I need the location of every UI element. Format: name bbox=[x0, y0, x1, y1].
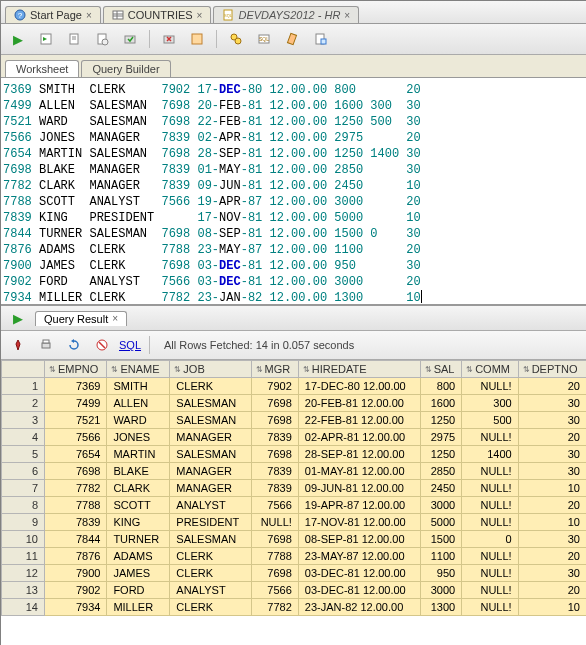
close-icon[interactable]: × bbox=[86, 10, 92, 21]
editor-line[interactable]: 7934 MILLER CLERK 7782 23-JAN-82 12.00.0… bbox=[3, 290, 585, 306]
cell-ename[interactable]: KING bbox=[107, 514, 170, 531]
row-number[interactable]: 4 bbox=[2, 429, 45, 446]
cell-comm[interactable]: 500 bbox=[462, 412, 519, 429]
cell-ename[interactable]: FORD bbox=[107, 582, 170, 599]
cell-mgr[interactable]: 7839 bbox=[251, 429, 298, 446]
cell-mgr[interactable]: NULL! bbox=[251, 514, 298, 531]
cell-ename[interactable]: MILLER bbox=[107, 599, 170, 616]
cell-empno[interactable]: 7654 bbox=[45, 446, 107, 463]
row-number[interactable]: 6 bbox=[2, 463, 45, 480]
cell-mgr[interactable]: 7782 bbox=[251, 599, 298, 616]
cell-hiredate[interactable]: 23-JAN-82 12.00.00 bbox=[298, 599, 420, 616]
cell-hiredate[interactable]: 17-NOV-81 12.00.00 bbox=[298, 514, 420, 531]
cell-mgr[interactable]: 7698 bbox=[251, 565, 298, 582]
cell-ename[interactable]: ADAMS bbox=[107, 548, 170, 565]
cell-ename[interactable]: SCOTT bbox=[107, 497, 170, 514]
cell-sal[interactable]: 1250 bbox=[420, 412, 461, 429]
editor-line[interactable]: 7902 FORD ANALYST 7566 03-DEC-81 12.00.0… bbox=[3, 274, 585, 290]
cell-empno[interactable]: 7876 bbox=[45, 548, 107, 565]
cell-mgr[interactable]: 7566 bbox=[251, 582, 298, 599]
cell-mgr[interactable]: 7698 bbox=[251, 395, 298, 412]
cell-mgr[interactable]: 7839 bbox=[251, 480, 298, 497]
cell-hiredate[interactable]: 03-DEC-81 12.00.00 bbox=[298, 582, 420, 599]
sql-editor[interactable]: 7369 SMITH CLERK 7902 17-DEC-80 12.00.00… bbox=[1, 78, 586, 306]
format-button[interactable] bbox=[309, 28, 331, 50]
commit-button[interactable] bbox=[119, 28, 141, 50]
export-button[interactable] bbox=[225, 28, 247, 50]
table-row[interactable]: 137902FORDANALYST756603-DEC-81 12.00.003… bbox=[2, 582, 587, 599]
cell-sal[interactable]: 800 bbox=[420, 378, 461, 395]
editor-line[interactable]: 7876 ADAMS CLERK 7788 23-MAY-87 12.00.00… bbox=[3, 242, 585, 258]
cell-hiredate[interactable]: 17-DEC-80 12.00.00 bbox=[298, 378, 420, 395]
cell-job[interactable]: CLERK bbox=[170, 565, 251, 582]
cell-deptno[interactable]: 30 bbox=[518, 395, 586, 412]
cell-ename[interactable]: CLARK bbox=[107, 480, 170, 497]
run-button[interactable]: ▶ bbox=[7, 28, 29, 50]
table-row[interactable]: 67698BLAKEMANAGER783901-MAY-81 12.00.002… bbox=[2, 463, 587, 480]
cell-sal[interactable]: 5000 bbox=[420, 514, 461, 531]
cell-deptno[interactable]: 20 bbox=[518, 378, 586, 395]
column-header-deptno[interactable]: ⇅DEPTNO bbox=[518, 361, 586, 378]
cell-mgr[interactable]: 7566 bbox=[251, 497, 298, 514]
cell-job[interactable]: CLERK bbox=[170, 378, 251, 395]
cell-ename[interactable]: WARD bbox=[107, 412, 170, 429]
cell-comm[interactable]: NULL! bbox=[462, 497, 519, 514]
tab-worksheet[interactable]: Worksheet bbox=[5, 60, 79, 77]
cell-empno[interactable]: 7844 bbox=[45, 531, 107, 548]
cell-hiredate[interactable]: 28-SEP-81 12.00.00 bbox=[298, 446, 420, 463]
table-row[interactable]: 37521WARDSALESMAN769822-FEB-81 12.00.001… bbox=[2, 412, 587, 429]
tab-query-result[interactable]: Query Result × bbox=[35, 311, 127, 326]
unshared-button[interactable] bbox=[186, 28, 208, 50]
row-number[interactable]: 9 bbox=[2, 514, 45, 531]
close-icon[interactable]: × bbox=[344, 10, 350, 21]
column-header-empno[interactable]: ⇅EMPNO bbox=[45, 361, 107, 378]
cell-job[interactable]: MANAGER bbox=[170, 429, 251, 446]
cell-deptno[interactable]: 30 bbox=[518, 446, 586, 463]
table-row[interactable]: 87788SCOTTANALYST756619-APR-87 12.00.003… bbox=[2, 497, 587, 514]
cell-ename[interactable]: ALLEN bbox=[107, 395, 170, 412]
cell-comm[interactable]: NULL! bbox=[462, 582, 519, 599]
tab-devdays[interactable]: SQL DEVDAYS2012 - HR × bbox=[213, 6, 359, 23]
cell-sal[interactable]: 3000 bbox=[420, 582, 461, 599]
cell-empno[interactable]: 7902 bbox=[45, 582, 107, 599]
column-header-mgr[interactable]: ⇅MGR bbox=[251, 361, 298, 378]
cell-empno[interactable]: 7788 bbox=[45, 497, 107, 514]
cell-comm[interactable]: 1400 bbox=[462, 446, 519, 463]
cell-deptno[interactable]: 30 bbox=[518, 531, 586, 548]
editor-line[interactable]: 7654 MARTIN SALESMAN 7698 28-SEP-81 12.0… bbox=[3, 146, 585, 162]
cell-mgr[interactable]: 7839 bbox=[251, 463, 298, 480]
row-number[interactable]: 7 bbox=[2, 480, 45, 497]
row-number[interactable]: 10 bbox=[2, 531, 45, 548]
column-header-job[interactable]: ⇅JOB bbox=[170, 361, 251, 378]
cell-hiredate[interactable]: 03-DEC-81 12.00.00 bbox=[298, 565, 420, 582]
cell-job[interactable]: PRESIDENT bbox=[170, 514, 251, 531]
cell-job[interactable]: SALESMAN bbox=[170, 395, 251, 412]
cell-deptno[interactable]: 10 bbox=[518, 480, 586, 497]
cell-deptno[interactable]: 10 bbox=[518, 599, 586, 616]
cell-ename[interactable]: MARTIN bbox=[107, 446, 170, 463]
cell-hiredate[interactable]: 19-APR-87 12.00.00 bbox=[298, 497, 420, 514]
cell-sal[interactable]: 2450 bbox=[420, 480, 461, 497]
explain-plan-button[interactable] bbox=[63, 28, 85, 50]
table-row[interactable]: 47566JONESMANAGER783902-APR-81 12.00.002… bbox=[2, 429, 587, 446]
cell-job[interactable]: ANALYST bbox=[170, 497, 251, 514]
cell-hiredate[interactable]: 23-MAY-87 12.00.00 bbox=[298, 548, 420, 565]
close-icon[interactable]: × bbox=[197, 10, 203, 21]
cell-comm[interactable]: 0 bbox=[462, 531, 519, 548]
table-row[interactable]: 117876ADAMSCLERK778823-MAY-87 12.00.0011… bbox=[2, 548, 587, 565]
cell-deptno[interactable]: 10 bbox=[518, 514, 586, 531]
sql-link[interactable]: SQL bbox=[119, 339, 141, 351]
row-number[interactable]: 11 bbox=[2, 548, 45, 565]
cell-comm[interactable]: NULL! bbox=[462, 514, 519, 531]
cell-hiredate[interactable]: 20-FEB-81 12.00.00 bbox=[298, 395, 420, 412]
cell-comm[interactable]: NULL! bbox=[462, 599, 519, 616]
row-number-header[interactable] bbox=[2, 361, 45, 378]
cell-hiredate[interactable]: 08-SEP-81 12.00.00 bbox=[298, 531, 420, 548]
cell-job[interactable]: SALESMAN bbox=[170, 446, 251, 463]
cancel-button[interactable] bbox=[91, 334, 113, 356]
table-row[interactable]: 27499ALLENSALESMAN769820-FEB-81 12.00.00… bbox=[2, 395, 587, 412]
row-number[interactable]: 8 bbox=[2, 497, 45, 514]
cell-job[interactable]: MANAGER bbox=[170, 480, 251, 497]
cell-comm[interactable]: NULL! bbox=[462, 480, 519, 497]
cell-ename[interactable]: JAMES bbox=[107, 565, 170, 582]
